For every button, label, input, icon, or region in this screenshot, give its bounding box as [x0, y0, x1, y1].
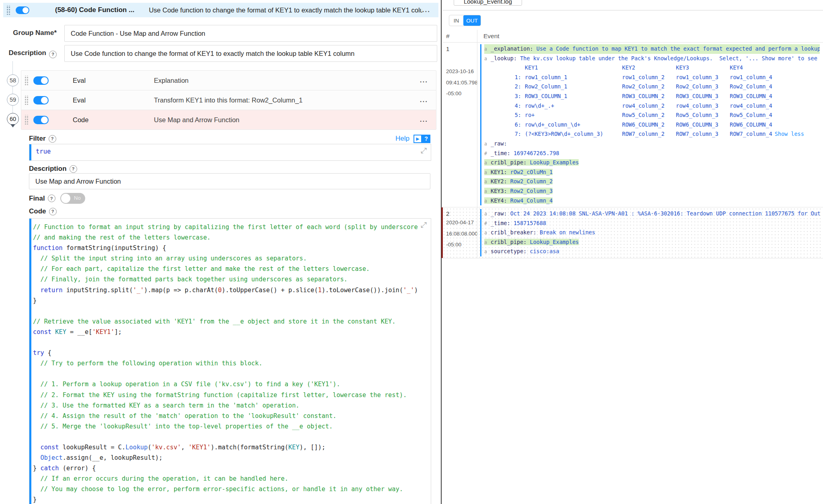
event-field-line: a_raw: Oct 24 2023 14:08:08 SNL-ASA-VPN-…	[484, 209, 820, 219]
filter-expression-editor[interactable]: true ⤢	[29, 144, 431, 161]
function-row-eval-58[interactable]: Eval Explanation ...	[21, 71, 436, 90]
code-content[interactable]: // Function to format an input string by…	[33, 222, 420, 504]
code-line: }	[33, 494, 420, 504]
final-label: Final?	[29, 195, 55, 203]
final-toggle-state: No	[74, 195, 81, 201]
event-field-line: aKEY1: rOw2_cOluMn_1	[484, 168, 820, 177]
event-field-line: asourcetype: cisco:asa	[484, 247, 820, 256]
column-header-number: #	[442, 30, 477, 42]
event-row[interactable]: 12023-10-1609:41:05.798-05:00a_explanati…	[442, 43, 823, 207]
event-field-line: acribl_pipe: Lookup_Examples	[484, 238, 820, 247]
code-line: // 4. Assign the result of the 'match' o…	[33, 411, 420, 421]
event-table-header: # Event	[442, 30, 823, 43]
code-line: // Try to perform the following operatio…	[33, 358, 420, 369]
help-video-icon[interactable]: ▶	[414, 135, 422, 143]
function-row-code-60[interactable]: Code Use Map and Arrow Function ...	[21, 110, 436, 129]
drag-handle-icon[interactable]	[6, 5, 10, 15]
function-number-badge-59[interactable]: 59	[7, 94, 19, 106]
event-field-line: a_raw:	[484, 139, 820, 149]
function-description: Explanation	[154, 77, 420, 84]
function-enabled-toggle[interactable]	[33, 116, 49, 124]
function-number-badge-60[interactable]: 60	[7, 113, 19, 125]
event-field-line: acribl_breaker: Break on newlines	[484, 228, 820, 238]
function-row-eval-59[interactable]: Eval Transform KEY1 into this format: Ro…	[21, 90, 436, 110]
function-description: Use Map and Arrow Function	[154, 116, 420, 124]
function-menu-button[interactable]: ...	[420, 96, 428, 104]
event-field-line: acribl_pipe: Lookup_Examples	[484, 158, 820, 168]
group-subtitle: Use Code function to change the format o…	[149, 6, 422, 14]
final-toggle[interactable]: No	[60, 193, 85, 204]
editor-accent-bar	[29, 144, 31, 160]
drag-handle-icon[interactable]	[24, 76, 28, 85]
function-menu-button[interactable]: ...	[420, 116, 428, 124]
group-menu-button[interactable]: ...	[422, 6, 430, 14]
preview-panel: Lookup_Event.log IN OUT # Event 12023-10…	[442, 0, 823, 504]
code-line: }	[33, 295, 420, 306]
event-field-line: #_time: 1697467265.798	[484, 149, 820, 158]
drag-handle-icon[interactable]	[24, 115, 28, 125]
code-line	[33, 369, 420, 379]
help-circle-icon: ?	[49, 135, 56, 143]
lookup-table-line: 6:row\d+_column_\d+ROW6_COLUMN_2ROW6_COL…	[484, 120, 820, 130]
group-title: (58-60) Code Function ...	[55, 6, 134, 14]
expand-editor-icon[interactable]: ⤢	[421, 221, 427, 229]
in-button[interactable]: IN	[449, 15, 463, 26]
event-content-cell: a_explanation: Use a Code function to ma…	[477, 43, 823, 207]
fn-description-input[interactable]: Use Map and Arrow Function	[29, 173, 430, 189]
description-input[interactable]: Use Code function to change the format o…	[64, 45, 437, 62]
help-circle-icon: ?	[49, 208, 57, 215]
code-line: } catch (error) {	[33, 463, 420, 473]
help-link-group[interactable]: Help ▶ ?	[395, 135, 430, 143]
fn-description-label: Description?	[29, 165, 77, 173]
function-enabled-toggle[interactable]	[33, 76, 49, 85]
code-line	[33, 432, 420, 442]
final-toggle-row: Final? No	[29, 193, 85, 204]
function-type: Eval	[73, 77, 133, 84]
lookup-table-line: KEY1KEY2KEY3KEY4	[484, 63, 820, 73]
help-docs-icon[interactable]: ?	[422, 135, 430, 143]
group-enabled-toggle[interactable]	[16, 6, 29, 14]
code-line: // Retrieve the value associated with 'K…	[33, 316, 420, 327]
group-name-label: Group Name*	[0, 29, 57, 37]
function-list: Eval Explanation ... Eval Transform KEY1…	[21, 70, 436, 130]
filter-header-row: Filter? Help ▶ ?	[29, 133, 430, 144]
help-link[interactable]: Help	[395, 135, 409, 143]
code-line: const KEY = __e['KEY1'];	[33, 327, 420, 337]
event-content-cell: a_raw: Oct 24 2023 14:08:08 SNL-ASA-VPN-…	[477, 207, 823, 258]
code-line: // Function to format an input string by…	[33, 222, 420, 232]
out-button[interactable]: OUT	[463, 15, 481, 26]
drag-handle-icon[interactable]	[24, 95, 28, 105]
code-line: // 5. Merge the 'lookupResult' into the …	[33, 421, 420, 432]
event-field-line: #_time: 1587157688	[484, 219, 820, 228]
function-group-panel: (58-60) Code Function ... Use Code funct…	[0, 0, 441, 504]
function-group-header[interactable]: (58-60) Code Function ... Use Code funct…	[3, 3, 438, 17]
lookup-table-line: 7:(?<KEY3>ROW\d+_column_3)ROW7_column_2R…	[484, 129, 820, 139]
code-editor[interactable]: // Function to format an input string by…	[29, 218, 431, 504]
code-line: // 3. Use the formatted KEY as a search …	[33, 400, 420, 411]
group-name-input[interactable]: Code Function - Use Map and Arrow Functi…	[64, 25, 437, 42]
show-less-link[interactable]: Show less	[775, 131, 804, 137]
function-type: Eval	[73, 96, 133, 104]
function-number-badge-58[interactable]: 58	[7, 74, 19, 86]
expand-editor-icon[interactable]: ⤢	[421, 147, 427, 154]
sample-file-tab[interactable]: Lookup_Event.log	[454, 0, 522, 6]
function-type: Code	[73, 116, 133, 124]
tab-bar-divider	[442, 10, 823, 10]
help-circle-icon: ?	[49, 51, 57, 58]
in-out-toggle[interactable]: IN OUT	[449, 15, 481, 26]
cribl-pipeline-editor: (58-60) Code Function ... Use Code funct…	[0, 0, 823, 504]
lookup-table-line: 4:row\d+_.+row4_column_2row4_column_3row…	[484, 101, 820, 111]
event-field-line: aKEY4: Row4_Column_4	[484, 196, 820, 206]
code-line: // You may choose to log the error, perf…	[33, 484, 420, 494]
filter-expression-value[interactable]: true	[36, 148, 51, 155]
code-line	[33, 337, 420, 348]
event-row[interactable]: 22020-04-1716:08:08.000-05:00a_raw: Oct …	[442, 207, 823, 258]
event-number-cell: 12023-10-1609:41:05.798-05:00	[442, 43, 477, 207]
event-field-line: aKEY2: Row2_Column_2	[484, 177, 820, 186]
function-menu-button[interactable]: ...	[420, 76, 428, 84]
function-description: Transform KEY1 into this format: Row2_Co…	[154, 96, 420, 104]
code-line: // Split the input string into an array …	[33, 253, 420, 264]
code-line: Object.assign(__e, lookupResult);	[33, 453, 420, 463]
code-line: try {	[33, 348, 420, 358]
function-enabled-toggle[interactable]	[33, 96, 49, 104]
